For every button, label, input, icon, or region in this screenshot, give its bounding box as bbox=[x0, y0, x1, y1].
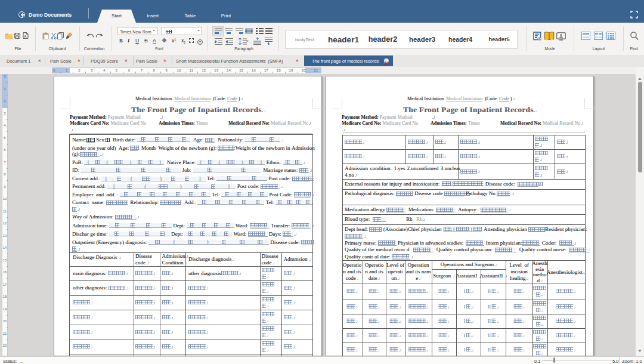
svg-text:A: A bbox=[24, 35, 26, 38]
